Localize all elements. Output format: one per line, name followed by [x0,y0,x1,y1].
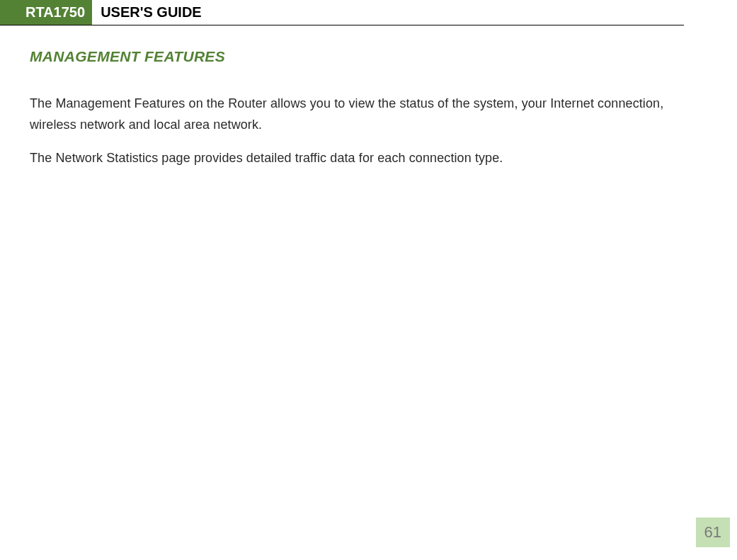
model-text: RTA1750 [25,4,85,21]
header-title-label: USER'S GUIDE [92,0,210,25]
page-header: RTA1750 USER'S GUIDE [0,0,684,25]
page-container: RTA1750 USER'S GUIDE MANAGEMENT FEATURES… [0,0,737,560]
body-paragraph-2: The Network Statistics page provides det… [30,148,684,169]
page-number: 61 [696,518,730,547]
page-number-text: 61 [704,523,721,541]
section-heading: MANAGEMENT FEATURES [30,48,684,65]
header-accent-bar [0,0,21,25]
page-content: MANAGEMENT FEATURES The Management Featu… [0,25,737,169]
header-model-label: RTA1750 [21,0,92,25]
title-text: USER'S GUIDE [101,4,202,21]
body-paragraph-1: The Management Features on the Router al… [30,93,684,135]
